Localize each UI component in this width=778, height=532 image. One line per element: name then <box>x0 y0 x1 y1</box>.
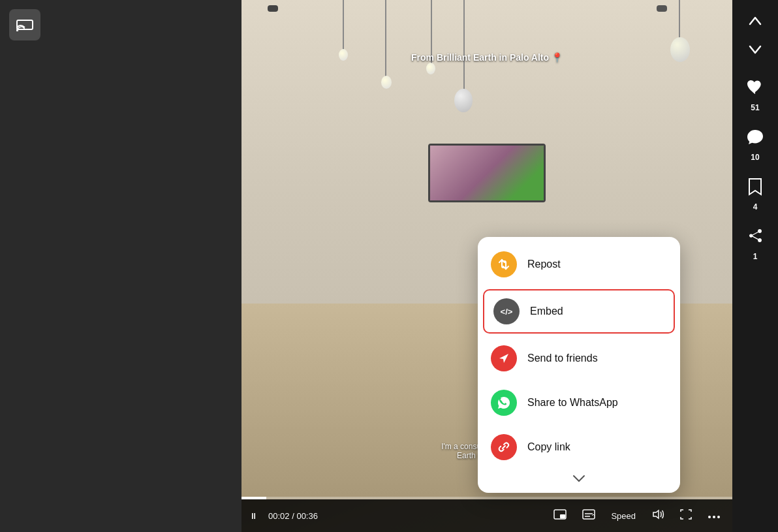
pendant-cord-4 <box>463 0 465 91</box>
send-friends-label: Send to friends <box>527 352 598 364</box>
whatsapp-label: Share to WhatsApp <box>527 397 618 409</box>
play-pause-button[interactable]: ⏸ <box>249 511 258 521</box>
share-menu-expand-button[interactable] <box>478 469 680 488</box>
embed-icon: </> <box>493 298 520 324</box>
pendant-cord-5 <box>679 0 680 39</box>
main-container: From Brilliant Earth in Palo Alto 📍 I'm … <box>0 0 778 532</box>
share-copy-link-item[interactable]: Copy link <box>478 425 680 469</box>
speed-button[interactable]: Speed <box>607 507 640 524</box>
nav-arrows <box>742 8 768 63</box>
comment-count: 10 <box>751 153 759 162</box>
repost-icon <box>491 251 517 277</box>
copy-link-label: Copy link <box>527 441 570 453</box>
pendant-globe-2 <box>381 76 392 89</box>
security-camera-left <box>268 5 278 12</box>
right-sidebar: 51 10 4 <box>732 0 778 532</box>
send-friends-icon <box>491 345 517 371</box>
bottom-controls: ⏸ 00:02 / 00:36 <box>241 499 732 532</box>
embed-label: Embed <box>530 305 563 317</box>
share-icon <box>741 222 770 251</box>
captions-button[interactable] <box>578 507 599 525</box>
repost-label: Repost <box>527 258 561 270</box>
pendant-globe-4 <box>454 89 473 112</box>
share-menu: Repost </> Embed Send to friends <box>478 237 680 493</box>
bookmark-icon <box>741 172 770 201</box>
time-display: 00:02 / 00:36 <box>268 511 318 521</box>
svg-point-8 <box>713 516 715 518</box>
time-current: 00:02 <box>268 511 290 521</box>
nav-up-button[interactable] <box>742 8 768 34</box>
share-repost-item[interactable]: Repost <box>478 242 680 287</box>
share-embed-item[interactable]: </> Embed <box>483 289 675 334</box>
pendant-globe-1 <box>339 49 348 61</box>
pendant-globe-3 <box>426 63 435 74</box>
copy-link-icon <box>491 434 517 460</box>
svg-point-7 <box>708 516 711 518</box>
caption-pin: 📍 <box>552 52 563 63</box>
caption-top: From Brilliant Earth in Palo Alto 📍 <box>411 52 563 63</box>
fullscreen-button[interactable] <box>676 507 696 525</box>
tv-screen <box>428 144 546 202</box>
pendant-cord-1 <box>343 0 344 52</box>
more-options-button[interactable] <box>704 507 724 524</box>
like-count: 51 <box>751 103 759 112</box>
caption-top-text: From Brilliant Earth in Palo Alto <box>411 52 549 63</box>
security-camera-right <box>657 5 667 12</box>
share-whatsapp-item[interactable]: Share to WhatsApp <box>478 381 680 425</box>
bookmark-button[interactable]: 4 <box>741 172 770 211</box>
share-send-friends-item[interactable]: Send to friends <box>478 336 680 381</box>
heart-icon <box>741 73 770 102</box>
speed-label: Speed <box>611 511 636 521</box>
tv-content <box>430 146 544 200</box>
cast-button[interactable] <box>9 9 40 40</box>
time-total: 00:36 <box>296 511 318 521</box>
pendant-cord-2 <box>385 0 386 78</box>
video-area: From Brilliant Earth in Palo Alto 📍 I'm … <box>241 0 732 532</box>
volume-button[interactable] <box>647 507 668 525</box>
bookmark-count: 4 <box>753 202 758 211</box>
svg-rect-3 <box>560 514 565 518</box>
nav-down-button[interactable] <box>742 37 768 63</box>
comment-icon <box>741 123 770 151</box>
whatsapp-icon <box>491 390 517 416</box>
share-count: 1 <box>753 252 758 261</box>
miniplayer-button[interactable] <box>550 507 570 525</box>
share-button[interactable]: 1 <box>741 222 770 261</box>
pendant-globe-5 <box>670 37 690 62</box>
left-panel <box>0 0 241 532</box>
comment-button[interactable]: 10 <box>741 123 770 162</box>
like-button[interactable]: 51 <box>741 73 770 112</box>
svg-point-9 <box>717 516 720 518</box>
play-pause-icon: ⏸ <box>249 511 258 521</box>
